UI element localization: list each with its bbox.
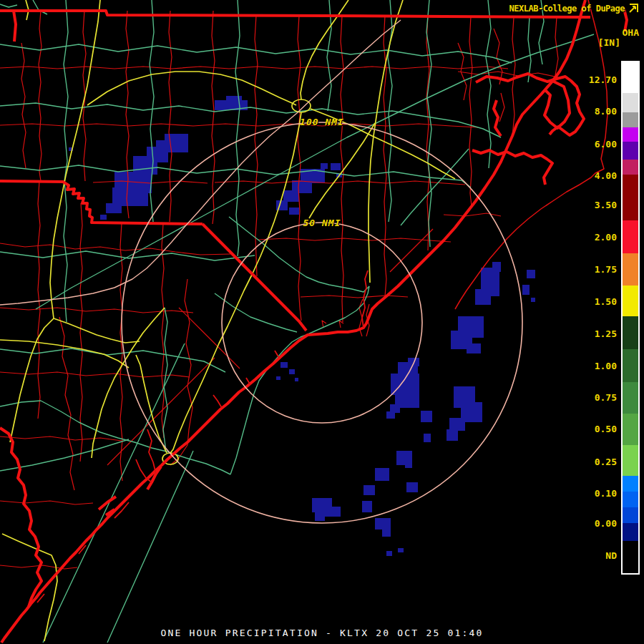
product-caption: ONE HOUR PRECIPITATION - KLTX 20 OCT 25 … [0, 628, 644, 638]
roads-yellow-path [10, 318, 54, 442]
precip-echoes-cell [406, 482, 418, 492]
roads-green-path [0, 165, 471, 187]
colorbar-block [623, 349, 638, 382]
estuary-rivers-thin [37, 270, 368, 602]
colorbar-block [623, 93, 638, 112]
precip-echoes-cell [398, 548, 404, 552]
colorbar-block [623, 253, 638, 286]
precip-echoes-cell [276, 376, 280, 380]
county-lines-path [215, 181, 465, 185]
colorbar-block [623, 112, 638, 127]
interstate-95-path [0, 20, 401, 305]
county-lines-path [0, 124, 478, 127]
estuary-rivers-thin-path [136, 459, 152, 482]
state-borders-coastline-path [494, 100, 501, 136]
precip-echoes-cell [100, 215, 107, 220]
state-borders-coastline-path [472, 150, 552, 185]
roads-green-path [401, 149, 469, 225]
precip-echoes-cell [315, 512, 325, 521]
county-lines-path [59, 317, 74, 490]
colorbar-unit-in: [IN] [598, 38, 620, 48]
roads-green-path [163, 308, 167, 452]
precip-echoes-cell [390, 404, 400, 413]
county-lines-path [494, 29, 502, 84]
roads-green-path [0, 103, 501, 137]
colorbar-block [623, 507, 638, 523]
colorbar-block [623, 142, 638, 160]
roads-green-path [0, 348, 225, 372]
county-lines-path [21, 43, 26, 168]
roads-green-path [230, 286, 369, 474]
precip-echoes-cell [289, 208, 299, 215]
county-lines-path [444, 213, 501, 216]
county-lines-path [162, 224, 164, 438]
roads-green [0, 0, 594, 643]
roads-green-path [235, 0, 240, 256]
county-lines-path [39, 11, 42, 181]
county-lines-path [298, 16, 301, 321]
estuary-rivers-thin-path [37, 502, 129, 602]
precip-echoes-cell [467, 343, 481, 353]
radar-screen: 100 NMI 50 NMI NEXLAB-College of DuPage … [0, 0, 644, 644]
colorbar-block [623, 476, 638, 492]
range-ring-label-100nmi: 100 NMI [300, 117, 344, 127]
county-lines-path [0, 243, 230, 255]
state-borders-coastline-path [0, 428, 42, 607]
county-lines-path [0, 436, 122, 441]
county-lines-path [458, 72, 558, 77]
county-lines-path [0, 372, 190, 377]
precip-echoes-cell [106, 203, 122, 213]
precip-echoes-cell [226, 96, 242, 102]
state-borders-coastline-path [203, 224, 306, 331]
county-lines [0, 11, 558, 569]
interstate-95 [0, 20, 401, 305]
radar-map [0, 0, 644, 644]
precip-echoes-cell [375, 468, 389, 481]
colorbar-block [623, 220, 638, 253]
precip-echoes-cell [323, 507, 341, 517]
precip-echoes-cell [321, 163, 328, 169]
colorbar-block [623, 160, 638, 175]
roads-green-path [43, 343, 185, 643]
county-lines-path [0, 67, 508, 69]
colorbar-block [623, 414, 638, 445]
roads-green-path [486, 0, 491, 168]
state-borders-coastline [0, 0, 627, 643]
precip-echoes-cell [531, 298, 535, 302]
county-lines-path [170, 279, 192, 465]
external-link-icon [628, 3, 639, 14]
state-borders-coastline-path [0, 11, 590, 17]
county-lines-path [341, 16, 343, 322]
roads-yellow-path [92, 308, 165, 458]
precip-echoes-cell [364, 485, 375, 495]
precip-echoes-cell [475, 289, 491, 305]
precip-echoes-cell [522, 285, 530, 295]
precip-echoes-cell [382, 530, 391, 537]
precip-echoes-cell [492, 262, 501, 272]
colorbar-block [623, 382, 638, 414]
city-beltways-ellipse [292, 99, 311, 112]
colorbar-block [623, 127, 638, 142]
brand-title: NEXLAB-College of DuPage [509, 4, 625, 14]
roads-yellow-path [170, 112, 301, 453]
outer-banks-barrier-path [455, 0, 608, 309]
precip-echoes-cell [289, 369, 295, 374]
colorbar-block [623, 492, 638, 507]
colorbar-block [623, 316, 638, 349]
precip-echoes-cell [386, 551, 392, 556]
county-lines-path [107, 358, 215, 465]
colorbar-block [623, 541, 638, 573]
precip-echoes-cell [375, 518, 391, 530]
precip-echoes-cell [527, 270, 535, 278]
roads-yellow-path [87, 72, 296, 105]
precip-echoes-cell [280, 362, 288, 368]
colorbar-block [623, 445, 638, 476]
precip-echoes-cell [447, 429, 458, 441]
brand-title-bar: NEXLAB-College of DuPage [509, 3, 639, 14]
county-lines-path [212, 11, 215, 224]
state-borders-coastline-path [14, 11, 16, 42]
roads-yellow-path [54, 318, 140, 343]
range-ring-label-50nmi: 50 NMI [303, 218, 341, 228]
colorbar-block [623, 175, 638, 220]
county-lines-path [0, 501, 93, 504]
